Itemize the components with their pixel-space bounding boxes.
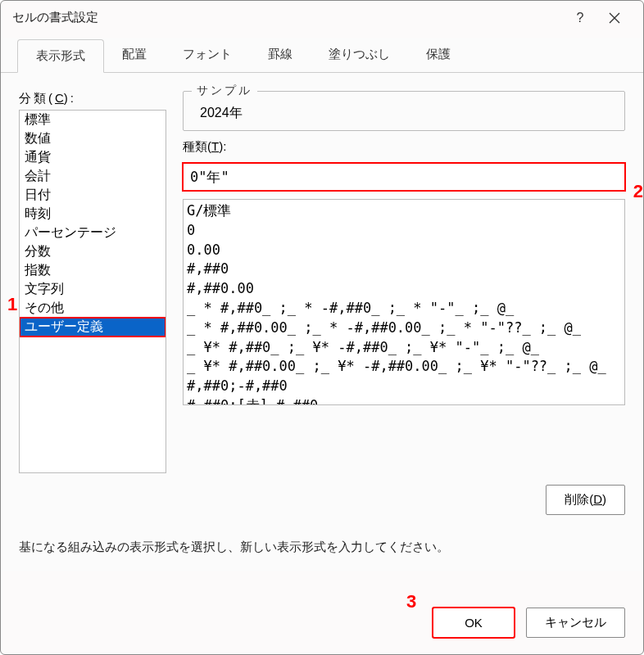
category-item[interactable]: 指数	[20, 261, 166, 280]
category-item[interactable]: 数値	[20, 129, 166, 148]
tab-border[interactable]: 罫線	[250, 38, 311, 72]
category-item[interactable]: その他	[20, 299, 166, 318]
category-item[interactable]: 文字列	[20, 280, 166, 299]
category-item[interactable]: 標準	[20, 111, 166, 129]
category-label: 分類(C):	[19, 91, 166, 106]
ok-button[interactable]: OK	[433, 608, 515, 638]
category-item[interactable]: 日付	[20, 186, 166, 205]
sample-groupbox: サンプル 2024年	[183, 91, 625, 131]
tabstrip: 表示形式 配置 フォント 罫線 塗りつぶし 保護	[1, 38, 643, 73]
annotation-2: 2	[633, 181, 643, 202]
dialog-footer: 3 OK キャンセル	[433, 608, 625, 638]
category-item[interactable]: パーセンテージ	[20, 224, 166, 242]
type-option[interactable]: #,##0;[赤]-#,##0	[187, 396, 621, 405]
dialog-title: セルの書式設定	[12, 10, 563, 25]
sample-legend: サンプル	[192, 84, 257, 98]
cancel-button[interactable]: キャンセル	[526, 608, 625, 638]
type-listbox[interactable]: G/標準00.00#,##0#,##0.00_ * #,##0_ ;_ * -#…	[183, 199, 625, 405]
type-label: 種類(T):	[183, 139, 625, 155]
client-area: 表示形式 配置 フォント 罫線 塗りつぶし 保護 分類(C): 標準数値通貨会計…	[1, 38, 643, 571]
help-button[interactable]: ?	[563, 5, 597, 31]
category-item[interactable]: 通貨	[20, 148, 166, 167]
tab-alignment[interactable]: 配置	[104, 38, 165, 72]
annotation-3: 3	[406, 591, 416, 612]
type-option[interactable]: _ ¥* #,##0_ ;_ ¥* -#,##0_ ;_ ¥* "-"_ ;_ …	[187, 338, 621, 358]
type-option[interactable]: _ ¥* #,##0.00_ ;_ ¥* -#,##0.00_ ;_ ¥* "-…	[187, 357, 621, 377]
category-item[interactable]: 時刻	[20, 205, 166, 224]
delete-button[interactable]: 削除(D)	[546, 485, 625, 515]
type-option[interactable]: _ * #,##0_ ;_ * -#,##0_ ;_ * "-"_ ;_ @_	[187, 299, 621, 318]
format-cells-dialog: セルの書式設定 ? 表示形式 配置 フォント 罫線 塗りつぶし 保護 分類(C)…	[0, 0, 644, 655]
type-option[interactable]: _ * #,##0.00_ ;_ * -#,##0.00_ ;_ * "-"??…	[187, 318, 621, 338]
type-option[interactable]: G/標準	[187, 201, 621, 221]
hint-text: 基になる組み込みの表示形式を選択し、新しい表示形式を入力してください。	[1, 515, 643, 555]
type-option[interactable]: #,##0	[187, 260, 621, 279]
type-option[interactable]: 0	[187, 221, 621, 241]
tab-protection[interactable]: 保護	[408, 38, 469, 72]
type-input[interactable]	[183, 163, 625, 191]
category-item[interactable]: 会計	[20, 167, 166, 186]
close-icon	[609, 12, 620, 24]
tab-fill[interactable]: 塗りつぶし	[311, 38, 408, 72]
sample-value: 2024年	[195, 105, 613, 122]
tab-number-format[interactable]: 表示形式	[17, 39, 104, 73]
type-option[interactable]: 0.00	[187, 241, 621, 260]
category-pane: 分類(C): 標準数値通貨会計日付時刻パーセンテージ分数指数文字列その他ユーザー…	[19, 91, 166, 473]
category-item[interactable]: ユーザー定義	[20, 318, 166, 337]
category-item[interactable]: 分数	[20, 242, 166, 261]
type-option[interactable]: #,##0.00	[187, 279, 621, 299]
category-listbox[interactable]: 標準数値通貨会計日付時刻パーセンテージ分数指数文字列その他ユーザー定義	[19, 110, 166, 473]
tab-font[interactable]: フォント	[165, 38, 250, 72]
close-button[interactable]	[597, 5, 632, 31]
type-option[interactable]: #,##0;-#,##0	[187, 377, 621, 396]
titlebar: セルの書式設定 ?	[1, 1, 643, 35]
